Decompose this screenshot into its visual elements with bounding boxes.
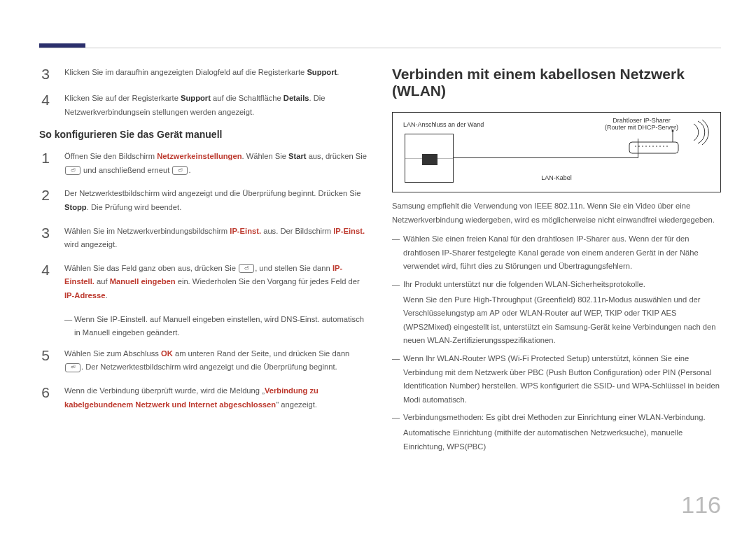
highlight: OK xyxy=(161,349,173,358)
enter-key-icon: ⏎ xyxy=(65,166,80,175)
router-icon xyxy=(628,129,684,155)
text: aus, drücken Sie xyxy=(307,152,367,160)
text: " angezeigt. xyxy=(276,400,317,409)
bold: Support xyxy=(307,68,337,76)
highlight: Manuell eingeben xyxy=(83,328,144,337)
text: geändert. xyxy=(144,328,179,337)
enter-key-icon: ⏎ xyxy=(172,166,188,175)
mstep-1: 1 Öffnen Sie den Bildschirm Netzwerkeins… xyxy=(39,150,368,177)
left-column: 3 Klicken Sie im daraufhin angezeigten D… xyxy=(39,66,368,458)
text: auf xyxy=(148,315,163,323)
step-number: 4 xyxy=(39,92,52,119)
step-number: 3 xyxy=(39,225,52,252)
enter-key-icon: ⏎ xyxy=(239,264,254,273)
header-divider xyxy=(39,48,721,48)
wlan-heading: Verbinden mit einem kabellosen Netzwerk … xyxy=(392,66,721,99)
bullet-text: Wenn Ihr WLAN-Router WPS (Wi-Fi Protecte… xyxy=(403,352,721,407)
text: . xyxy=(337,68,339,76)
wall-port-icon xyxy=(405,134,454,183)
text: . Der Netzwerktestbildschirm wird angeze… xyxy=(81,363,337,371)
bold: Support xyxy=(181,94,211,102)
bullet-item: ― Verbindungsmethoden: Es gibt drei Meth… xyxy=(392,411,721,454)
text: wird angezeigt. xyxy=(64,240,117,248)
step-text: Wenn die Verbindung überprüft wurde, wir… xyxy=(64,384,368,412)
text: . xyxy=(188,166,190,174)
svg-point-2 xyxy=(672,130,674,132)
text: . Wählen Sie xyxy=(241,152,288,160)
dash-icon: ― xyxy=(392,232,403,274)
bullet-text: Wählen Sie einen freien Kanal für den dr… xyxy=(403,232,721,274)
step-number: 1 xyxy=(39,150,52,177)
page-number: 116 xyxy=(681,491,721,519)
lan-cable-icon xyxy=(453,157,638,158)
step-number: 3 xyxy=(39,66,52,82)
manual-config-heading: So konfigurieren Sie das Gerät manuell xyxy=(39,129,368,140)
bullet-item: ― Wenn Ihr WLAN-Router WPS (Wi-Fi Protec… xyxy=(392,352,721,407)
step-3: 3 Klicken Sie im daraufhin angezeigten D… xyxy=(39,66,368,82)
mstep-3: 3 Wählen Sie im Netzwerkverbindungsbilds… xyxy=(39,225,368,252)
page-columns: 3 Klicken Sie im daraufhin angezeigten D… xyxy=(39,66,721,458)
dash-icon: ― xyxy=(64,313,74,340)
highlight: Netzwerkeinstellungen xyxy=(157,152,241,160)
text: . xyxy=(105,291,107,300)
bullet-item: ― Ihr Produkt unterstützt nur die folgen… xyxy=(392,278,721,348)
mstep-5: 5 Wählen Sie zum Abschluss OK am unteren… xyxy=(39,347,368,374)
network-diagram: LAN-Anschluss an der Wand LAN-Kabel Drah… xyxy=(392,112,721,192)
bold: Details xyxy=(284,94,309,102)
wifi-waves-icon xyxy=(690,120,710,148)
dash-icon: ― xyxy=(392,411,403,454)
text: am unteren Rand der Seite, und drücken S… xyxy=(173,349,350,358)
highlight: Manuell eingeben xyxy=(163,315,225,323)
step-text: Klicken Sie auf der Registerkarte Suppor… xyxy=(64,92,368,119)
step-text: Klicken Sie im daraufhin angezeigten Dia… xyxy=(64,66,339,82)
step-4: 4 Klicken Sie auf der Registerkarte Supp… xyxy=(39,92,368,119)
text: , und stellen Sie dann xyxy=(255,264,332,272)
cable-label: LAN-Kabel xyxy=(541,174,572,181)
text: Wenn Sie xyxy=(74,315,110,323)
highlight: IP-Einstell. xyxy=(110,315,147,323)
step-text: Wählen Sie im Netzwerkverbindungsbildsch… xyxy=(64,225,368,252)
header-accent xyxy=(39,43,85,48)
note-dns: ― Wenn Sie IP-Einstell. auf Manuell eing… xyxy=(64,313,368,340)
text: ein. Wiederholen Sie den Vorgang für jed… xyxy=(176,277,360,286)
dash-icon: ― xyxy=(392,278,403,348)
wall-port-label: LAN-Anschluss an der Wand xyxy=(403,121,484,128)
text: Verbindungsmethoden: Es gibt drei Method… xyxy=(403,413,706,421)
step-number: 4 xyxy=(39,262,52,303)
text: Klicken Sie im daraufhin angezeigten Dia… xyxy=(64,68,307,76)
bullet-text: Ihr Produkt unterstützt nur die folgende… xyxy=(403,278,721,348)
text: Wenn die Verbindung überprüft wurde, wir… xyxy=(64,386,265,395)
intro-paragraph: Samsung empfiehlt die Verwendung von IEE… xyxy=(392,199,721,227)
right-column: Verbinden mit einem kabellosen Netzwerk … xyxy=(392,66,721,458)
highlight: IP-Adresse xyxy=(64,291,105,300)
highlight: IP-Einst. xyxy=(230,227,261,235)
text: auf xyxy=(94,277,110,286)
step-text: Wählen Sie das Feld ganz oben aus, drück… xyxy=(64,262,368,303)
step-number: 5 xyxy=(39,347,52,374)
highlight: IP-Einst. xyxy=(333,227,365,235)
text: Automatische Einrichtung (mithilfe der a… xyxy=(403,428,682,451)
dash-icon: ― xyxy=(392,352,403,407)
text: Öffnen Sie den Bildschirm xyxy=(64,152,157,160)
enter-key-icon: ⏎ xyxy=(65,363,80,372)
bold: Start xyxy=(288,152,307,160)
text: Der Netzwerktestbildschirm wird angezeig… xyxy=(64,189,360,197)
highlight: DNS-Einst. xyxy=(281,315,319,323)
bullet-item: ― Wählen Sie einen freien Kanal für den … xyxy=(392,232,721,274)
step-text: Öffnen Sie den Bildschirm Netzwerkeinste… xyxy=(64,150,368,177)
text: Wählen Sie das Feld ganz oben aus, drück… xyxy=(64,264,238,272)
step-number: 6 xyxy=(39,384,52,412)
text: und anschließend erneut xyxy=(81,166,172,174)
step-text: Der Netzwerktestbildschirm wird angezeig… xyxy=(64,187,368,214)
mstep-4: 4 Wählen Sie das Feld ganz oben aus, drü… xyxy=(39,262,368,303)
bullet-list: ― Wählen Sie einen freien Kanal für den … xyxy=(392,232,721,454)
router-label: Drahtloser IP-Sharer (Router mit DHCP-Se… xyxy=(605,117,678,131)
note-text: Wenn Sie IP-Einstell. auf Manuell eingeb… xyxy=(74,313,368,340)
text: Wählen Sie zum Abschluss xyxy=(64,349,161,358)
text: Ihr Produkt unterstützt nur die folgende… xyxy=(403,280,645,288)
sub-text: Automatische Einrichtung (mithilfe der a… xyxy=(403,426,721,454)
step-text: Wählen Sie zum Abschluss OK am unteren R… xyxy=(64,347,368,374)
text: auf die Schaltfläche xyxy=(211,94,284,102)
text: . Die Prüfung wird beendet. xyxy=(87,203,182,211)
bullet-text: Verbindungsmethoden: Es gibt drei Method… xyxy=(403,411,721,454)
